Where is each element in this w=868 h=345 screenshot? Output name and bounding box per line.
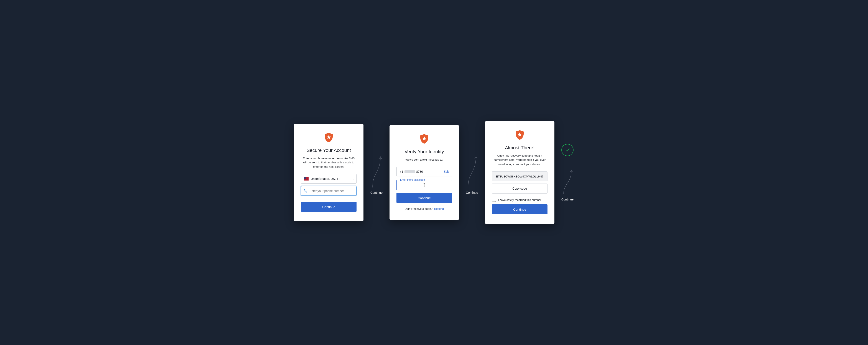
connector-label: Continue xyxy=(466,191,478,195)
mfa-setup-flow: Secure Your Account Enter your phone num… xyxy=(294,121,574,224)
flow-connector: Continue xyxy=(465,150,478,195)
phone-input[interactable] xyxy=(309,189,354,193)
edit-link[interactable]: Edit xyxy=(443,170,449,173)
code-input[interactable] xyxy=(397,180,452,190)
code-input-label: Enter the 6-digit code xyxy=(399,178,426,181)
flow-connector: Continue xyxy=(370,150,383,195)
curve-arrow-icon xyxy=(370,150,383,189)
flow-connector: Continue xyxy=(561,144,574,201)
card-title: Secure Your Account xyxy=(301,147,356,153)
phone-prefix: +1 xyxy=(400,170,403,173)
card-subtitle: Enter your phone number below. An SMS wi… xyxy=(301,156,356,169)
copy-code-button[interactable]: Copy code xyxy=(492,183,548,194)
success-badge xyxy=(561,144,574,156)
shield-star-icon xyxy=(420,134,429,144)
country-label: United States, US, +1 xyxy=(311,177,353,180)
helper-text: Didn't receive a code? xyxy=(405,207,432,210)
country-select[interactable]: United States, US, +1 › xyxy=(301,174,356,183)
card-title: Verify Your Identity xyxy=(397,149,452,154)
recorded-checkbox[interactable] xyxy=(492,198,496,202)
continue-button[interactable]: Continue xyxy=(397,193,452,203)
phone-input-wrapper[interactable] xyxy=(301,186,356,196)
secure-account-card: Secure Your Account Enter your phone num… xyxy=(294,124,364,221)
recovery-code-card: Almost There! Copy this recovery code an… xyxy=(485,121,554,224)
resend-link[interactable]: Resend xyxy=(434,207,444,210)
card-subtitle: We've sent a text message to: xyxy=(397,158,452,162)
curve-arrow-icon xyxy=(465,150,478,189)
shield-star-icon xyxy=(515,130,524,140)
phone-suffix: 8730 xyxy=(416,170,423,173)
phone-mask xyxy=(404,170,415,173)
continue-button[interactable]: Continue xyxy=(301,202,356,212)
recorded-label[interactable]: I have safely recorded this number xyxy=(498,198,541,202)
connector-label: Continue xyxy=(561,198,574,201)
continue-button[interactable]: Continue xyxy=(492,204,548,214)
card-subtitle: Copy this recovery code and keep it some… xyxy=(492,153,548,166)
phone-icon xyxy=(304,189,307,193)
card-title: Almost There! xyxy=(492,145,548,150)
phone-display: +1 8730 Edit xyxy=(397,167,452,176)
chevron-right-icon: › xyxy=(353,177,354,180)
code-input-wrapper[interactable]: Enter the 6-digit code xyxy=(397,180,452,190)
verify-identity-card: Verify Your Identity We've sent a text m… xyxy=(390,125,459,220)
connector-label: Continue xyxy=(370,191,382,195)
us-flag-icon xyxy=(304,177,309,180)
recovery-code-display: ET3USCWS8KBGW9XMWLGLL9N7 xyxy=(492,171,548,181)
check-icon xyxy=(565,147,570,153)
curve-arrow-icon xyxy=(561,166,574,196)
resend-row: Didn't receive a code? Resend xyxy=(397,207,452,210)
shield-star-icon xyxy=(324,132,333,143)
